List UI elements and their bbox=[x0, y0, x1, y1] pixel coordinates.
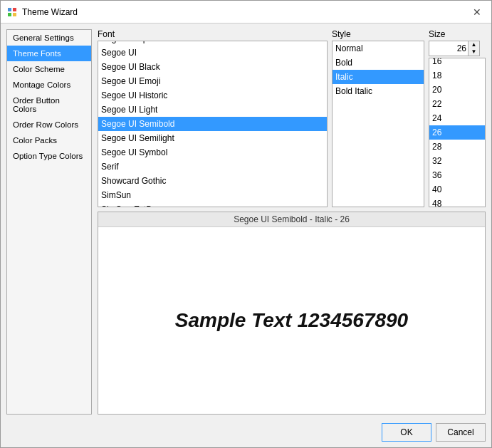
font-list-item[interactable]: Segoe UI bbox=[98, 46, 327, 60]
font-column-label: Font bbox=[98, 29, 328, 39]
close-button[interactable]: ✕ bbox=[469, 4, 486, 21]
style-list-item[interactable]: Bold bbox=[333, 56, 424, 70]
size-list-item[interactable]: 32 bbox=[429, 154, 485, 168]
size-spinner: ▲ ▼ bbox=[469, 41, 480, 56]
title-bar: Theme Wizard ✕ bbox=[1, 1, 491, 24]
window-title: Theme Wizard bbox=[22, 7, 469, 17]
font-list-item[interactable]: Segoe UI Semilight bbox=[98, 131, 327, 145]
style-column-label: Style bbox=[332, 29, 424, 39]
preview-sample-text: Sample Text 1234567890 bbox=[175, 309, 408, 332]
svg-rect-3 bbox=[13, 13, 16, 16]
sidebar-item-color-scheme[interactable]: Color Scheme bbox=[7, 61, 91, 77]
sidebar-item-color-packs[interactable]: Color Packs bbox=[7, 132, 91, 148]
preview-label: Segoe UI Semibold - Italic - 26 bbox=[98, 212, 485, 227]
style-list-item[interactable]: Normal bbox=[333, 41, 424, 56]
preview-text-area: Sample Text 1234567890 bbox=[98, 227, 485, 414]
window-icon bbox=[6, 6, 18, 18]
sidebar-item-theme-fonts[interactable]: Theme Fonts bbox=[7, 46, 91, 61]
font-list-item[interactable]: Segoe UI Black bbox=[98, 60, 327, 74]
main-area: General Settings Theme Fonts Color Schem… bbox=[6, 29, 486, 415]
font-list-item[interactable]: Segoe UI Historic bbox=[98, 88, 327, 103]
font-list-container: Font SansSerifScript MT BoldSegoe PrintS… bbox=[98, 29, 328, 207]
size-list-item[interactable]: 26 bbox=[429, 125, 485, 140]
size-list-item[interactable]: 18 bbox=[429, 68, 485, 83]
sidebar-item-general-settings[interactable]: General Settings bbox=[7, 30, 91, 46]
sidebar-item-montage-colors[interactable]: Montage Colors bbox=[7, 77, 91, 93]
theme-wizard-window: Theme Wizard ✕ General Settings Theme Fo… bbox=[0, 0, 492, 448]
style-list[interactable]: NormalBoldItalicBold Italic bbox=[332, 41, 424, 207]
style-list-item[interactable]: Bold Italic bbox=[333, 84, 424, 98]
style-list-container: Style NormalBoldItalicBold Italic bbox=[332, 29, 424, 207]
svg-rect-0 bbox=[8, 8, 11, 11]
sidebar-item-order-button-colors[interactable]: Order Button Colors bbox=[7, 93, 91, 117]
font-list[interactable]: SansSerifScript MT BoldSegoe PrintSegoe … bbox=[98, 41, 328, 207]
size-column-label: Size bbox=[429, 29, 486, 39]
size-list[interactable]: 8910111213141618202224262832364048566472 bbox=[429, 58, 486, 207]
font-list-item[interactable]: Serif bbox=[98, 160, 327, 174]
font-list-item[interactable]: Showcard Gothic bbox=[98, 174, 327, 188]
preview-area: Segoe UI Semibold - Italic - 26 Sample T… bbox=[98, 212, 486, 415]
size-list-item[interactable]: 20 bbox=[429, 83, 485, 97]
font-list-item[interactable]: Segoe Script bbox=[98, 41, 327, 46]
size-list-container: Size ▲ ▼ 8910111213141618202224262832364… bbox=[429, 29, 486, 207]
size-spinner-down[interactable]: ▼ bbox=[469, 48, 479, 56]
font-list-item[interactable]: SimSun-ExtB bbox=[98, 202, 327, 207]
size-input-row: ▲ ▼ bbox=[429, 41, 486, 56]
font-list-item[interactable]: Segoe UI Symbol bbox=[98, 145, 327, 160]
svg-rect-1 bbox=[13, 8, 16, 11]
window-body: General Settings Theme Fonts Color Schem… bbox=[1, 24, 491, 447]
font-list-item[interactable]: SimSun bbox=[98, 188, 327, 202]
svg-rect-2 bbox=[8, 13, 11, 16]
font-list-item[interactable]: Segoe UI Light bbox=[98, 103, 327, 117]
sidebar-item-order-row-colors[interactable]: Order Row Colors bbox=[7, 117, 91, 132]
size-list-item[interactable]: 48 bbox=[429, 197, 485, 207]
sidebar-item-option-type-colors[interactable]: Option Type Colors bbox=[7, 148, 91, 164]
font-list-item[interactable]: Segoe UI Emoji bbox=[98, 74, 327, 88]
size-list-item[interactable]: 16 bbox=[429, 58, 485, 68]
size-list-item[interactable]: 28 bbox=[429, 140, 485, 154]
size-spinner-up[interactable]: ▲ bbox=[469, 41, 479, 48]
size-input[interactable] bbox=[429, 41, 469, 56]
size-list-item[interactable]: 40 bbox=[429, 182, 485, 197]
cancel-button[interactable]: Cancel bbox=[436, 423, 486, 442]
font-picker-row: Font SansSerifScript MT BoldSegoe PrintS… bbox=[98, 29, 486, 207]
button-row: OK Cancel bbox=[6, 420, 486, 442]
font-list-item[interactable]: Segoe UI Semibold bbox=[98, 117, 327, 131]
style-list-item[interactable]: Italic bbox=[333, 70, 424, 84]
content-area: Font SansSerifScript MT BoldSegoe PrintS… bbox=[98, 29, 486, 415]
size-list-item[interactable]: 22 bbox=[429, 97, 485, 111]
size-list-item[interactable]: 24 bbox=[429, 111, 485, 125]
sidebar: General Settings Theme Fonts Color Schem… bbox=[6, 29, 92, 415]
size-list-item[interactable]: 36 bbox=[429, 168, 485, 182]
ok-button[interactable]: OK bbox=[382, 423, 431, 442]
